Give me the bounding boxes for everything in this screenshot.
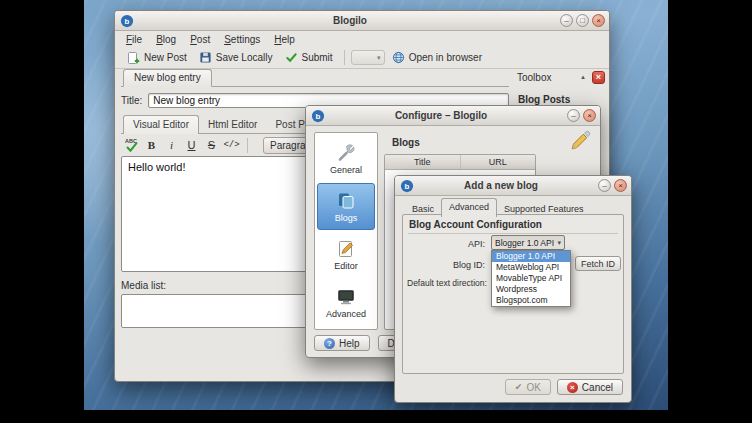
section-divider <box>408 233 618 234</box>
chevron-down-icon: ▾ <box>377 54 381 62</box>
option-wordpress[interactable]: Wordpress <box>492 284 570 295</box>
toolbox-section-blog-posts[interactable]: Blog Posts <box>515 94 605 105</box>
new-post-button[interactable]: New Post <box>121 49 192 67</box>
section-title: Blog Account Configuration <box>409 219 542 230</box>
tab-new-blog-entry[interactable]: New blog entry <box>123 69 212 87</box>
spellcheck-icon[interactable]: ABC <box>123 137 140 154</box>
add-blog-titlebar[interactable]: b Add a new blog – × <box>395 176 631 196</box>
option-metaweblog-api[interactable]: MetaWeblog API <box>492 262 570 273</box>
dialog-title: Add a new blog <box>421 176 581 196</box>
configure-sidebar: General Blogs Editor Advanced <box>314 132 378 330</box>
sidebar-item-advanced[interactable]: Advanced <box>317 279 375 326</box>
post-body-text: Hello world! <box>128 161 185 173</box>
browser-globe-icon <box>392 51 405 64</box>
blogilo-app-icon: b <box>400 179 414 193</box>
toolbar-separator <box>344 50 345 65</box>
minimize-icon[interactable]: – <box>560 14 573 27</box>
blog-id-label: Blog ID: <box>405 260 485 270</box>
sidebar-item-editor[interactable]: Editor <box>317 231 375 278</box>
sidebar-item-general[interactable]: General <box>317 135 375 182</box>
close-dock-icon[interactable]: × <box>592 71 605 84</box>
cancel-label: Cancel <box>582 382 613 393</box>
menu-settings[interactable]: Settings <box>217 33 267 46</box>
blogilo-app-icon: b <box>311 109 325 123</box>
media-upload-combo[interactable]: ▾ <box>351 50 385 65</box>
code-button[interactable]: </> <box>223 137 240 154</box>
help-label: Help <box>339 338 360 349</box>
open-in-browser-label: Open in browser <box>409 52 482 63</box>
ok-label: OK <box>526 382 540 393</box>
text-direction-label: Default text direction: <box>407 278 487 288</box>
submit-icon <box>285 51 298 64</box>
sidebar-item-blogs[interactable]: Blogs <box>317 183 375 230</box>
cancel-icon: × <box>567 382 578 393</box>
minimize-icon[interactable]: – <box>598 179 611 192</box>
api-combobox[interactable]: Blogger 1.0 API ▾ <box>491 235 565 250</box>
menu-file[interactable]: File <box>119 33 149 46</box>
api-dropdown-popup: Blogger 1.0 API MetaWeblog API MovableTy… <box>491 250 571 307</box>
fetch-id-button[interactable]: Fetch ID <box>575 256 621 271</box>
italic-button[interactable]: i <box>163 137 180 154</box>
sidebar-label: General <box>330 165 362 175</box>
close-icon[interactable]: × <box>583 109 596 122</box>
main-titlebar[interactable]: b Blogilo – □ × <box>115 11 609 31</box>
close-icon[interactable]: × <box>592 14 605 27</box>
close-icon[interactable]: × <box>614 179 627 192</box>
column-title[interactable]: Title <box>385 155 461 169</box>
sidebar-label: Advanced <box>326 309 366 319</box>
main-toolbar: New Post Save Locally Submit ▾ <box>115 47 609 69</box>
add-blog-tabs: Basic Advanced Supported Features <box>405 198 591 217</box>
submit-button[interactable]: Submit <box>280 49 338 66</box>
blogs-table-header: Title URL <box>385 155 535 170</box>
tab-visual-editor[interactable]: Visual Editor <box>123 115 199 134</box>
column-url[interactable]: URL <box>461 155 536 169</box>
menu-post[interactable]: Post <box>183 33 217 46</box>
editor-page-icon <box>336 239 356 259</box>
check-icon: ✔ <box>515 382 523 392</box>
format-separator <box>247 138 248 153</box>
menu-bar: File Blog Post Settings Help <box>115 31 609 47</box>
dialog-title: Configure – Blogilo <box>332 106 550 126</box>
submit-label: Submit <box>302 52 333 63</box>
wrench-icon <box>336 143 356 163</box>
help-button[interactable]: ? Help <box>314 335 370 351</box>
ok-button[interactable]: ✔ OK <box>505 379 551 395</box>
tab-html-editor[interactable]: Html Editor <box>199 116 266 133</box>
option-movabletype-api[interactable]: MovableType API <box>492 273 570 284</box>
menu-help[interactable]: Help <box>267 33 302 46</box>
cancel-button[interactable]: × Cancel <box>557 379 623 395</box>
new-post-icon <box>126 51 140 65</box>
minimize-icon[interactable]: – <box>567 109 580 122</box>
open-in-browser-button[interactable]: Open in browser <box>387 49 487 66</box>
underline-button[interactable]: U <box>183 137 200 154</box>
window-title: Blogilo <box>141 11 559 31</box>
sidebar-label: Editor <box>334 261 358 271</box>
terminal-icon <box>336 287 356 307</box>
add-blog-pencil-icon[interactable] <box>569 130 591 152</box>
bold-button[interactable]: B <box>143 137 160 154</box>
tab-basic[interactable]: Basic <box>405 201 441 217</box>
strikethrough-button[interactable]: S <box>203 137 220 154</box>
toolbox-title: Toolbox <box>515 72 574 83</box>
title-label: Title: <box>121 95 142 106</box>
tab-advanced[interactable]: Advanced <box>441 198 497 217</box>
tab-supported-features[interactable]: Supported Features <box>497 201 591 217</box>
save-locally-button[interactable]: Save Locally <box>194 49 278 66</box>
desktop: b Blogilo – □ × File Blog Post Settings … <box>0 0 752 423</box>
configure-titlebar[interactable]: b Configure – Blogilo – × <box>306 106 600 126</box>
document-tabbar: New blog entry <box>121 69 509 87</box>
save-icon <box>199 51 212 64</box>
option-blogspot[interactable]: Blogspot.com <box>492 295 570 306</box>
option-blogger-api[interactable]: Blogger 1.0 API <box>492 251 570 262</box>
float-dock-icon[interactable]: ▴ <box>577 71 589 83</box>
svg-text:b: b <box>125 17 130 26</box>
page-title: Blogs <box>392 137 420 148</box>
api-label: API: <box>405 239 485 249</box>
sidebar-label: Blogs <box>335 213 358 223</box>
menu-blog[interactable]: Blog <box>149 33 183 46</box>
chevron-down-icon: ▾ <box>557 239 561 247</box>
blogilo-app-icon: b <box>120 14 134 28</box>
help-icon: ? <box>324 338 335 349</box>
maximize-icon[interactable]: □ <box>576 14 589 27</box>
save-locally-label: Save Locally <box>216 52 273 63</box>
